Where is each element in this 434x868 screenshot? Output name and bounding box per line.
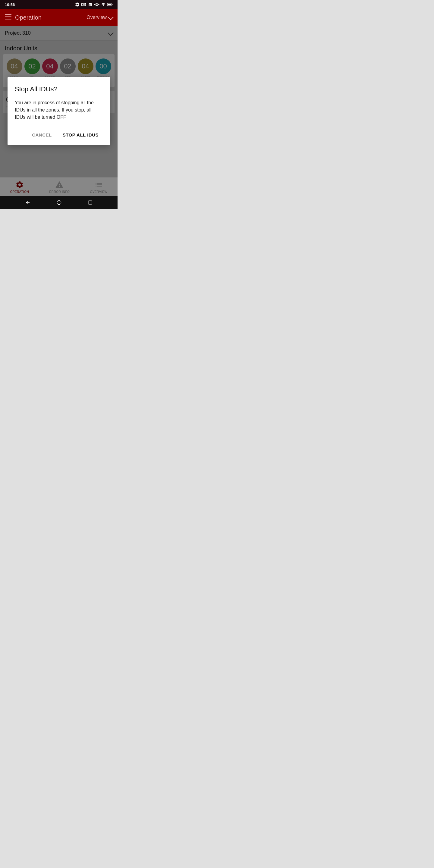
hamburger-menu-button[interactable] (5, 14, 11, 21)
app-bar-left: Operation (5, 14, 41, 21)
status-bar: 10:56 (0, 0, 118, 9)
dialog-title: Stop All IDUs? (15, 85, 103, 93)
main-content: Project 310 Indoor Units 04 TOTALUNITS 0… (0, 26, 118, 196)
android-nav-bar (0, 196, 118, 209)
svg-point-6 (57, 201, 61, 205)
overview-label: Overview (87, 15, 107, 20)
back-button[interactable] (25, 200, 30, 205)
stop-all-idus-dialog: Stop All IDUs? You are in process of sto… (7, 77, 110, 145)
signal-icon (101, 2, 105, 7)
dialog-actions: CANCEL STOP ALL IDUS (15, 130, 103, 140)
wifi-icon (94, 2, 99, 7)
svg-rect-7 (88, 201, 92, 204)
sim-icon (88, 2, 92, 7)
chevron-down-icon (107, 14, 114, 20)
dialog-body: You are in process of stopping all the I… (15, 99, 103, 121)
status-time: 10:56 (5, 2, 15, 7)
cancel-button[interactable]: CANCEL (28, 130, 56, 140)
gmail-icon (82, 2, 86, 7)
app-bar: Operation Overview (0, 9, 118, 26)
svg-rect-2 (107, 4, 111, 5)
recents-button[interactable] (88, 200, 93, 205)
svg-rect-1 (112, 4, 113, 5)
home-button[interactable] (56, 200, 62, 205)
svg-rect-5 (5, 19, 11, 20)
svg-rect-3 (5, 14, 11, 15)
svg-rect-4 (5, 16, 11, 17)
battery-icon (107, 3, 113, 6)
app-bar-title: Operation (15, 14, 41, 21)
stop-all-idus-button[interactable]: STOP ALL IDUS (59, 130, 103, 140)
dialog-overlay: Stop All IDUs? You are in process of sto… (0, 26, 118, 196)
settings-icon (75, 2, 80, 7)
status-icons (75, 2, 113, 7)
overview-dropdown[interactable]: Overview (87, 15, 113, 20)
